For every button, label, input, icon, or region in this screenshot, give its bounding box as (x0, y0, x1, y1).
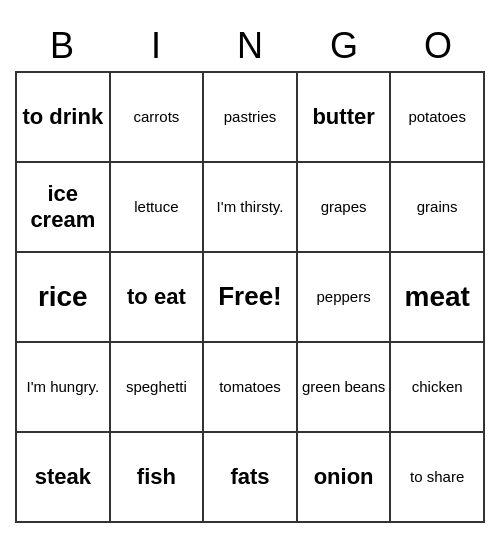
header-letter: O (391, 21, 485, 71)
header-letter: B (15, 21, 109, 71)
bingo-cell: to share (391, 433, 485, 523)
bingo-cell: meat (391, 253, 485, 343)
header-letter: G (297, 21, 391, 71)
bingo-cell: butter (298, 73, 392, 163)
bingo-cell: pastries (204, 73, 298, 163)
bingo-cell: potatoes (391, 73, 485, 163)
bingo-cell: fats (204, 433, 298, 523)
bingo-cell: fish (111, 433, 205, 523)
bingo-card: BINGO to drinkcarrotspastriesbutterpotat… (15, 21, 485, 523)
bingo-cell: steak (17, 433, 111, 523)
bingo-cell: to drink (17, 73, 111, 163)
bingo-cell: to eat (111, 253, 205, 343)
bingo-cell: rice (17, 253, 111, 343)
bingo-cell: green beans (298, 343, 392, 433)
header-letter: N (203, 21, 297, 71)
bingo-cell: tomatoes (204, 343, 298, 433)
bingo-cell: onion (298, 433, 392, 523)
bingo-cell: chicken (391, 343, 485, 433)
header-letter: I (109, 21, 203, 71)
bingo-cell: lettuce (111, 163, 205, 253)
bingo-cell: I'm hungry. (17, 343, 111, 433)
bingo-header: BINGO (15, 21, 485, 71)
bingo-cell: peppers (298, 253, 392, 343)
bingo-cell: carrots (111, 73, 205, 163)
bingo-cell: ice cream (17, 163, 111, 253)
bingo-cell: Free! (204, 253, 298, 343)
bingo-cell: grapes (298, 163, 392, 253)
bingo-grid: to drinkcarrotspastriesbutterpotatoesice… (15, 71, 485, 523)
bingo-cell: speghetti (111, 343, 205, 433)
bingo-cell: grains (391, 163, 485, 253)
bingo-cell: I'm thirsty. (204, 163, 298, 253)
